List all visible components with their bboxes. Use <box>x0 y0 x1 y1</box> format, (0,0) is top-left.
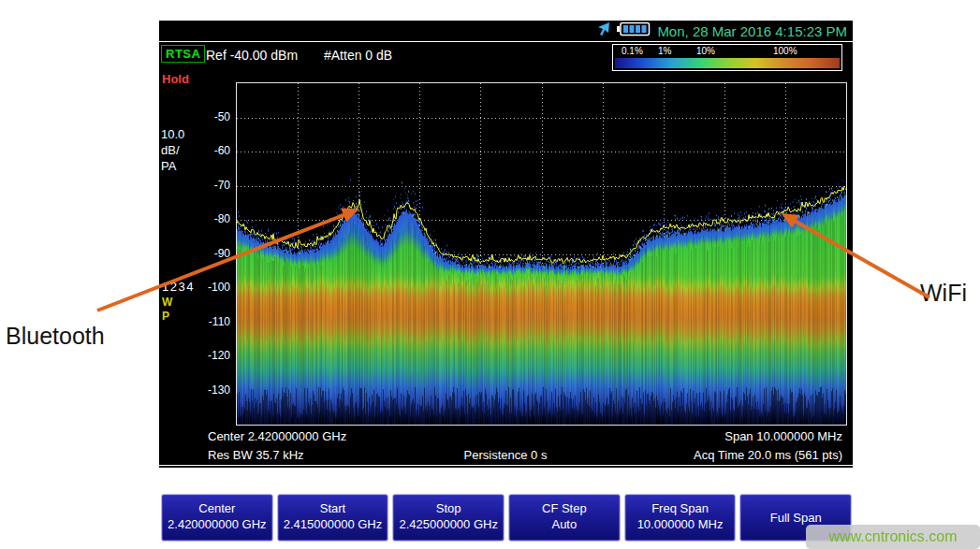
softkey-value: 10.000000 MHz <box>637 517 724 532</box>
y-axis-label: -60 <box>185 144 230 157</box>
wifi-annotation: WiFi <box>920 280 967 307</box>
spectrum-graticule <box>236 82 847 426</box>
screen-bottom-divider <box>159 465 853 466</box>
softkey-center[interactable]: Center 2.420000000 GHz <box>161 494 273 542</box>
y-axis-label: -80 <box>185 212 230 225</box>
y-axis-label: -110 <box>185 315 230 328</box>
legend-percent-label: 1% <box>658 46 671 56</box>
status-bar: Mon, 28 Mar 2016 4:15:23 PM <box>159 21 853 42</box>
clock-datetime: Mon, 28 Mar 2016 4:15:23 PM <box>657 23 847 39</box>
watermark: www.cntronics.com <box>806 525 980 549</box>
softkey-freq-span[interactable]: Freq Span 10.000000 MHz <box>624 494 737 542</box>
softkey-label: Stop <box>436 501 461 515</box>
page: Mon, 28 Mar 2016 4:15:23 PM Ref -40.00 d… <box>0 0 980 549</box>
y-axis-label: -70 <box>185 179 230 192</box>
trace-flag-p: P <box>162 310 169 323</box>
ref-level-label: Ref -40.00 dBm <box>206 48 298 63</box>
trace-flag-w: W <box>162 296 172 309</box>
spectrum-canvas <box>237 83 846 425</box>
softkey-start[interactable]: Start 2.415000000 GHz <box>277 494 389 542</box>
softkey-stop[interactable]: Stop 2.425000000 GHz <box>392 494 505 542</box>
legend-gradient-bar <box>615 58 840 68</box>
y-axis-label: -90 <box>185 247 230 260</box>
softkey-row: Center 2.420000000 GHz Start 2.415000000… <box>161 494 852 542</box>
instrument-screen: Mon, 28 Mar 2016 4:15:23 PM Ref -40.00 d… <box>159 21 853 468</box>
softkey-label: Freq Span <box>651 501 709 515</box>
softkey-value: 2.420000000 GHz <box>168 517 267 532</box>
legend-percent-labels: 0.1%1%10%100% <box>613 45 841 57</box>
battery-icon <box>617 22 651 40</box>
trace-numbers: 1234 <box>162 280 195 294</box>
y-axis-label: -120 <box>185 349 230 362</box>
sweep-hold-label: Hold <box>162 72 189 86</box>
attenuation-label: #Atten 0 dB <box>324 48 392 63</box>
scale-per-div-value: 10.0 <box>161 127 184 141</box>
footer-res-bw: Res BW 35.7 kHz <box>208 448 304 462</box>
y-axis-label: -50 <box>185 110 230 123</box>
preamp-label: PA <box>161 159 176 173</box>
softkey-label: Start <box>320 501 345 515</box>
legend-percent-label: 0.1% <box>622 46 643 56</box>
legend-percent-label: 100% <box>773 46 797 56</box>
footer-acq-time: Acq Time 20.0 ms (561 pts) <box>694 448 842 462</box>
bluetooth-annotation: Bluetooth <box>6 323 105 350</box>
legend-percent-label: 10% <box>696 46 715 56</box>
softkey-cf-step[interactable]: CF Step Auto <box>508 494 621 542</box>
softkey-label: CF Step <box>542 501 587 515</box>
scale-per-div-unit: dB/ <box>161 143 180 157</box>
softkey-value: Auto <box>551 517 577 532</box>
footer-persistence: Persistence 0 s <box>426 448 585 462</box>
softkey-label: Full Span <box>770 511 822 525</box>
density-color-legend: 0.1%1%10%100% <box>612 44 842 71</box>
footer-center-freq: Center 2.420000000 GHz <box>208 429 346 443</box>
touch-pointer-icon <box>595 22 610 40</box>
footer-span: Span 10.000000 MHz <box>724 429 842 443</box>
softkey-label: Center <box>198 501 235 515</box>
mode-badge-rtsa: RTSA <box>161 45 205 63</box>
softkey-value: 2.425000000 GHz <box>399 517 498 532</box>
softkey-value: 2.415000000 GHz <box>284 517 383 532</box>
y-axis-label: -130 <box>185 383 230 397</box>
